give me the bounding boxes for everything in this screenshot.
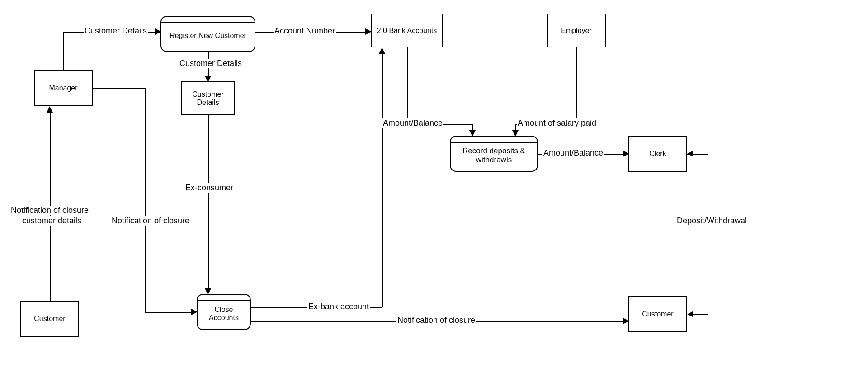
clerk-label: Clerk xyxy=(649,150,666,158)
clerk-entity: Clerk xyxy=(628,136,687,172)
customer-details-label: Customer Details xyxy=(184,90,232,107)
edge-emp-record-label: Amount of salary paid xyxy=(517,118,597,128)
edge-clerk-cust-seg2 xyxy=(708,154,708,314)
register-label: Register New Customer xyxy=(170,32,246,40)
edge-close-bank-arrow xyxy=(379,47,385,54)
edge-reg-bank-arrow xyxy=(365,28,372,35)
customer-right-entity: Customer xyxy=(628,296,687,332)
edge-mgr-reg-seg1 xyxy=(63,32,64,70)
edge-emp-record-arrow xyxy=(512,130,519,137)
manager-label: Manager xyxy=(49,84,77,92)
edge-clerk-cust-arrow-bottom xyxy=(687,311,693,317)
edge-store-close-seg xyxy=(208,115,209,289)
employer-label: Employer xyxy=(561,27,592,35)
edge-reg-bank-label: Account Number xyxy=(274,26,336,36)
record-label: Record deposits & withdrawls xyxy=(454,146,533,165)
edge-bank-record-label: Amount/Balance xyxy=(382,118,443,128)
edge-clerk-cust-seg3 xyxy=(692,314,708,315)
edge-store-close-label: Ex-consumer xyxy=(184,183,234,193)
edge-mgr-close-seg3 xyxy=(145,312,192,313)
edge-mgr-close-arrow xyxy=(191,309,198,315)
edge-reg-store-label: Customer Details xyxy=(179,59,243,68)
edge-cust-mgr-arrow xyxy=(47,106,53,113)
edge-store-close-arrow xyxy=(205,288,211,295)
employer-entity: Employer xyxy=(547,14,606,47)
bank-accounts-entity: 2.0 Bank Accounts xyxy=(371,14,443,47)
edge-mgr-reg-arrow xyxy=(155,28,161,35)
edge-cust-mgr-label2: customer details xyxy=(21,216,82,226)
diagram-canvas: Manager Customer Register New Customer C… xyxy=(0,0,868,382)
edge-close-bank-seg2 xyxy=(382,52,383,307)
register-process: Register New Customer xyxy=(160,16,255,52)
edge-record-clerk-label: Amount/Balance xyxy=(542,148,604,158)
edge-clerk-cust-label: Deposit/Withdrawal xyxy=(676,216,748,226)
customer-left-entity: Customer xyxy=(20,301,79,337)
edge-mgr-reg-label: Customer Details xyxy=(84,26,148,36)
customer-left-label: Customer xyxy=(34,315,65,323)
edge-record-clerk-arrow xyxy=(623,151,629,157)
edge-mgr-close-label: Notification of closure xyxy=(111,216,190,226)
edge-close-bank-label: Ex-bank account xyxy=(307,302,370,311)
edge-close-cust-label: Notification of closure xyxy=(396,316,476,325)
edge-mgr-close-seg2 xyxy=(145,88,146,312)
close-accounts-label: Close Accounts xyxy=(201,306,246,322)
edge-mgr-close-seg1 xyxy=(93,88,145,89)
manager-entity: Manager xyxy=(34,70,93,106)
customer-right-label: Customer xyxy=(642,310,673,318)
record-process: Record deposits & withdrawls xyxy=(450,136,538,172)
edge-reg-store-arrow xyxy=(205,76,211,82)
edge-emp-record-seg1 xyxy=(576,47,577,124)
edge-bank-record-seg1 xyxy=(407,47,408,124)
bank-accounts-label: 2.0 Bank Accounts xyxy=(377,27,437,35)
edge-bank-record-arrow xyxy=(469,130,476,137)
edge-clerk-cust-arrow-top xyxy=(687,151,693,157)
edge-close-cust-arrow xyxy=(623,318,629,324)
customer-details-entity: Customer Details xyxy=(181,81,235,115)
edge-cust-mgr-label1: Notification of closure xyxy=(10,206,90,215)
close-accounts-process: Close Accounts xyxy=(197,294,251,330)
